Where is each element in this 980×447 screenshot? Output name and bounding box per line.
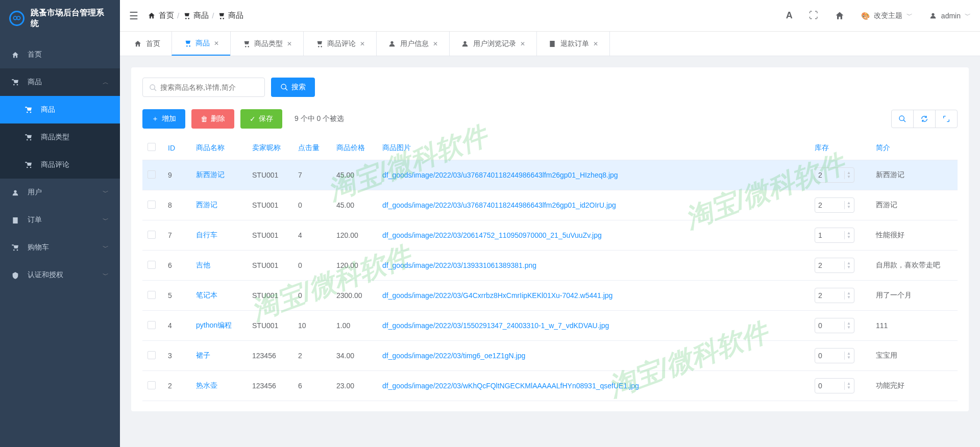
home-icon[interactable]: [835, 10, 845, 21]
search-icon: [280, 83, 288, 91]
column-header[interactable]: 商品图片: [377, 136, 810, 160]
search-button[interactable]: 搜索: [271, 78, 315, 97]
cell-price: 1.00: [331, 311, 377, 341]
tab[interactable]: 用户浏览记录✕: [449, 32, 537, 56]
stock-input[interactable]: 1▲▼: [815, 228, 854, 243]
breadcrumb-item[interactable]: 商品: [217, 11, 243, 20]
close-icon[interactable]: ✕: [287, 40, 292, 47]
close-icon[interactable]: ✕: [520, 40, 525, 47]
cell-name-link[interactable]: 新西游记: [196, 170, 225, 179]
column-header[interactable]: 商品名称: [191, 136, 247, 160]
row-checkbox[interactable]: [148, 201, 156, 209]
sidebar-item-home[interactable]: 首页: [0, 41, 120, 68]
cell-name-link[interactable]: python编程: [196, 321, 232, 329]
stepper-icon[interactable]: ▲▼: [844, 231, 851, 239]
cell-name-link[interactable]: 热水壶: [196, 381, 217, 389]
cell-price: 2300.00: [331, 281, 377, 311]
cell-name-link[interactable]: 西游记: [196, 201, 217, 209]
breadcrumb-item[interactable]: 商品: [182, 11, 209, 20]
column-header[interactable]: 点击量: [293, 136, 331, 160]
add-button[interactable]: ＋ 增加: [142, 109, 185, 129]
stepper-icon[interactable]: ▲▼: [844, 291, 851, 300]
tab[interactable]: 首页: [122, 32, 172, 56]
table-row[interactable]: 7自行车STU0014120.00df_goods/image/2022/03/…: [142, 220, 958, 251]
sidebar-item-user[interactable]: 用户 ﹀: [0, 179, 120, 206]
stepper-icon[interactable]: ▲▼: [844, 352, 851, 360]
close-icon[interactable]: ✕: [593, 40, 598, 47]
stock-input[interactable]: 2▲▼: [815, 197, 854, 213]
expand-icon[interactable]: ⛶: [809, 10, 818, 21]
table-row[interactable]: 6吉他STU0010120.00df_goods/image/2022/03/1…: [142, 251, 958, 281]
stepper-icon[interactable]: ▲▼: [844, 261, 851, 269]
tab[interactable]: 商品评论✕: [303, 32, 377, 56]
stock-input[interactable]: 2▲▼: [815, 258, 854, 273]
stepper-icon[interactable]: ▲▼: [844, 201, 851, 209]
column-header[interactable]: 商品价格: [331, 136, 377, 160]
stock-input[interactable]: 2▲▼: [815, 288, 854, 303]
stepper-icon[interactable]: ▲▼: [844, 321, 851, 330]
sidebar-item-goods[interactable]: 商品 ︿: [0, 68, 120, 96]
row-checkbox[interactable]: [148, 261, 156, 269]
stepper-icon[interactable]: ▲▼: [844, 382, 851, 390]
cell-image-link[interactable]: df_goods/image/2022/03/20614752_11095097…: [382, 231, 602, 239]
cell-name-link[interactable]: 笔记本: [196, 291, 217, 299]
stock-input[interactable]: 0▲▼: [815, 378, 854, 393]
close-icon[interactable]: ✕: [433, 40, 438, 47]
column-header[interactable]: 库存: [810, 136, 871, 160]
delete-button[interactable]: 🗑 删除: [191, 109, 234, 129]
tab[interactable]: 用户信息✕: [376, 32, 450, 56]
row-checkbox[interactable]: [148, 170, 156, 179]
hamburger-icon[interactable]: ☰: [129, 10, 138, 22]
cell-image-link[interactable]: df_goods/image/2022/03/139331061389381.p…: [382, 261, 536, 269]
cell-name-link[interactable]: 裙子: [196, 351, 210, 359]
table-row[interactable]: 5笔记本STU00102300.00df_goods/image/2022/03…: [142, 281, 958, 311]
table-row[interactable]: 2热水壶123456623.00df_goods/image/2022/03/w…: [142, 371, 958, 401]
sidebar-item-goods-type[interactable]: 商品类型: [0, 123, 120, 151]
cell-name-link[interactable]: 吉他: [196, 261, 210, 269]
row-checkbox[interactable]: [148, 381, 156, 389]
close-icon[interactable]: ✕: [214, 40, 219, 47]
sidebar-item-cart[interactable]: 购物车 ﹀: [0, 234, 120, 261]
sidebar-item-goods-list[interactable]: 商品: [0, 96, 120, 123]
row-checkbox[interactable]: [148, 321, 156, 329]
cell-image-link[interactable]: df_goods/image/2022/03/u3768740118244986…: [382, 171, 618, 179]
table-row[interactable]: 9新西游记STU001745.00df_goods/image/2022/03/…: [142, 160, 958, 190]
user-dropdown[interactable]: admin ﹀: [929, 11, 971, 20]
cell-seller: STU001: [247, 160, 293, 190]
row-checkbox[interactable]: [148, 291, 156, 299]
table-row[interactable]: 3裙子123456234.00df_goods/image/2022/03/ti…: [142, 341, 958, 371]
cell-image-link[interactable]: df_goods/image/2022/03/timg6_oe1Z1gN.jpg: [382, 352, 525, 360]
table-row[interactable]: 8西游记STU001045.00df_goods/image/2022/03/u…: [142, 190, 958, 220]
stock-input[interactable]: 0▲▼: [815, 318, 854, 333]
fullscreen-icon-button[interactable]: [935, 110, 958, 128]
cell-image-link[interactable]: df_goods/image/2022/03/u3768740118244986…: [382, 201, 616, 209]
tab[interactable]: 商品类型✕: [230, 32, 304, 56]
save-button[interactable]: ✓ 保存: [240, 109, 282, 129]
search-input[interactable]: [160, 83, 258, 91]
select-all-checkbox[interactable]: [148, 143, 156, 151]
sidebar-item-order[interactable]: 订单 ﹀: [0, 206, 120, 234]
cell-image-link[interactable]: df_goods/image/2022/03/1550291347_240033…: [382, 321, 609, 330]
font-icon[interactable]: A: [786, 10, 793, 21]
column-header[interactable]: 卖家昵称: [247, 136, 293, 160]
cell-image-link[interactable]: df_goods/image/2022/03/G4Cxrrbz8HxCmrIip…: [382, 291, 612, 300]
search-icon-button[interactable]: [891, 110, 914, 128]
tab[interactable]: 商品✕: [172, 32, 231, 56]
refresh-icon-button[interactable]: [913, 110, 936, 128]
sidebar-item-auth[interactable]: 认证和授权 ﹀: [0, 261, 120, 289]
column-header[interactable]: ID: [163, 136, 191, 160]
sidebar-item-goods-comment[interactable]: 商品评论: [0, 151, 120, 179]
stock-input[interactable]: 0▲▼: [815, 348, 854, 363]
tab[interactable]: 退款订单✕: [536, 32, 610, 56]
row-checkbox[interactable]: [148, 231, 156, 239]
column-header[interactable]: 简介: [871, 136, 958, 160]
table-row[interactable]: 4python编程STU001101.00df_goods/image/2022…: [142, 311, 958, 341]
row-checkbox[interactable]: [148, 351, 156, 359]
breadcrumb-item[interactable]: 首页: [148, 11, 174, 20]
cell-image-link[interactable]: df_goods/image/2022/03/wKhQcFQltNGECKMlA…: [382, 382, 639, 390]
stepper-icon[interactable]: ▲▼: [844, 171, 851, 179]
close-icon[interactable]: ✕: [360, 40, 365, 47]
stock-input[interactable]: 2▲▼: [815, 167, 854, 183]
cell-name-link[interactable]: 自行车: [196, 231, 217, 239]
theme-dropdown[interactable]: 🎨 改变主题 ﹀: [861, 11, 913, 20]
